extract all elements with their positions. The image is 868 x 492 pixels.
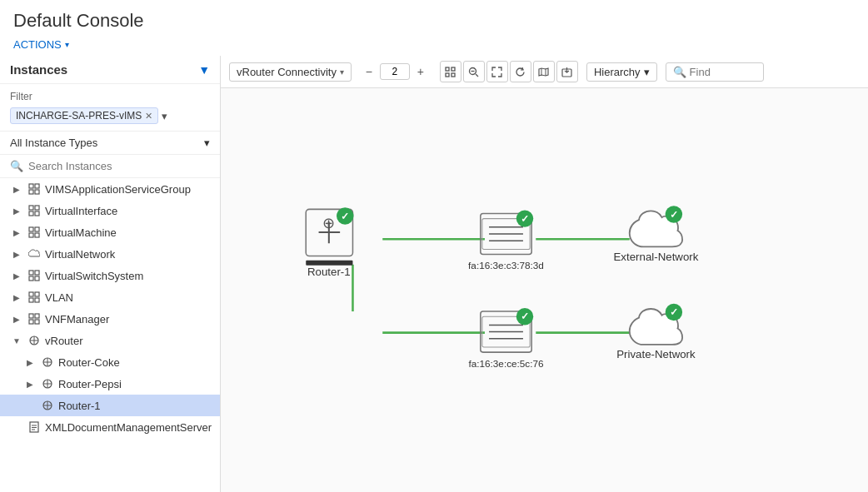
svg-text:Private-Network: Private-Network	[616, 348, 696, 360]
vnf-label: VNFManager	[45, 313, 213, 326]
grid-icon	[27, 311, 42, 326]
rcoke-label: Router-Coke	[58, 356, 213, 369]
grid-icon	[27, 268, 42, 283]
svg-rect-14	[29, 276, 33, 281]
svg-text:⊕: ⊕	[322, 214, 335, 231]
instance-types-dropdown[interactable]: All Instance Types ▾	[0, 132, 220, 155]
svg-rect-23	[35, 320, 39, 324]
expand-icon: ▶	[23, 358, 37, 367]
find-box: 🔍	[666, 62, 764, 82]
instances-title: Instances	[10, 62, 67, 77]
vm-label: VirtualMachine	[45, 226, 213, 239]
refresh-button[interactable]	[510, 61, 531, 82]
sidebar-item-vlan[interactable]: ▶ VLAN	[0, 286, 220, 308]
sidebar-item-vrouter[interactable]: ▼ vRouter	[0, 330, 220, 351]
filter-section: Filter INCHARGE-SA-PRES-vIMS ✕ ▾	[0, 84, 220, 132]
sidebar-item-vims[interactable]: ▶ VIMSApplicationServiceGroup	[0, 178, 220, 200]
vims-label: VIMSApplicationServiceGroup	[45, 183, 213, 196]
svg-rect-40	[446, 67, 449, 71]
svg-rect-20	[29, 314, 33, 318]
canvas-toolbar: vRouter Connectivity ▾ − +	[221, 56, 868, 88]
svg-rect-13	[35, 271, 39, 275]
router1-node[interactable]: ⊕ ✓ Router-1	[306, 207, 353, 278]
svg-rect-15	[35, 276, 39, 281]
canvas-viewport[interactable]: ⊕ ✓ Router-1	[221, 88, 868, 492]
cloud-icon	[27, 246, 42, 261]
zoom-in-button[interactable]: +	[412, 62, 430, 81]
zoom-fit-button[interactable]	[440, 61, 461, 82]
svg-text:✓: ✓	[521, 311, 529, 322]
iface1-node[interactable]: ✓ fa:16:3e:c3:78:3d	[468, 210, 544, 271]
svg-rect-16	[29, 292, 33, 296]
toolbar-icons	[440, 61, 578, 82]
zoom-value[interactable]	[380, 63, 410, 80]
svg-text:fa:16:3e:c3:78:3d: fa:16:3e:c3:78:3d	[468, 260, 544, 271]
iface2-node[interactable]: ✓ fa:16:3e:ce:5c:76	[468, 308, 544, 369]
actions-button[interactable]: ACTIONS ▾	[13, 37, 69, 52]
sidebar-item-r1[interactable]: Router-1	[0, 395, 220, 416]
expand-icon: ▼	[10, 336, 23, 345]
svg-rect-12	[29, 271, 33, 275]
sidebar-item-vnet[interactable]: ▶ VirtualNetwork	[0, 243, 220, 265]
grid-icon	[27, 181, 42, 196]
sidebar-item-vm[interactable]: ▶ VirtualMachine	[0, 221, 220, 243]
svg-rect-19	[35, 298, 39, 302]
vnet-label: VirtualNetwork	[45, 248, 213, 261]
export-button[interactable]	[556, 61, 578, 82]
svg-rect-61	[481, 213, 531, 254]
search-input[interactable]	[28, 160, 210, 172]
svg-rect-9	[35, 227, 39, 231]
sidebar-item-rcoke[interactable]: ▶ Router-Coke	[0, 351, 220, 373]
svg-rect-17	[35, 292, 39, 296]
sidebar: Instances ▼ Filter INCHARGE-SA-PRES-vIMS…	[0, 56, 221, 492]
instance-types-label: All Instance Types	[10, 137, 97, 149]
map-button[interactable]	[533, 61, 555, 82]
grid-icon	[27, 290, 42, 305]
hierarchy-label: Hierarchy	[594, 66, 641, 78]
filter-tag-text: INCHARGE-SA-PRES-vIMS	[16, 110, 142, 122]
zoom-out-btn2[interactable]	[463, 61, 485, 82]
actions-chevron: ▾	[65, 40, 69, 49]
svg-rect-6	[29, 211, 33, 216]
svg-text:fa:16:3e:ce:5c:76: fa:16:3e:ce:5c:76	[468, 358, 544, 369]
svg-point-57	[337, 207, 353, 224]
instance-types-chevron: ▾	[204, 137, 210, 149]
canvas-area: vRouter Connectivity ▾ − +	[221, 56, 868, 492]
page-title: Default Console	[13, 10, 855, 32]
zoom-out-button[interactable]: −	[360, 62, 378, 81]
ext-network-node[interactable]: ✓ External-Network	[614, 206, 699, 262]
expand-icon: ▶	[23, 380, 37, 389]
svg-marker-47	[539, 68, 548, 76]
svg-text:✓: ✓	[341, 211, 349, 222]
expand-icon: ▶	[10, 228, 23, 237]
sidebar-item-vif[interactable]: ▶ VirtualInterface	[0, 200, 220, 221]
xmldoc-label: XMLDocumentManagementServer	[45, 421, 213, 434]
vlan-label: VLAN	[45, 291, 213, 304]
filter-tag-remove[interactable]: ✕	[145, 111, 152, 122]
sidebar-item-xmldoc[interactable]: XMLDocumentManagementServer	[0, 416, 220, 438]
filter-icon[interactable]: ▼	[198, 63, 210, 77]
svg-rect-22	[29, 320, 33, 324]
grid-icon	[27, 225, 42, 240]
view-label: vRouter Connectivity	[237, 66, 337, 78]
hierarchy-dropdown[interactable]: Hierarchy ▾	[586, 62, 657, 82]
sidebar-item-vnf[interactable]: ▶ VNFManager	[0, 308, 220, 330]
svg-text:External-Network: External-Network	[614, 251, 699, 263]
svg-text:Router-1: Router-1	[307, 266, 351, 278]
svg-rect-55	[306, 209, 352, 256]
svg-rect-1	[35, 184, 39, 188]
sidebar-item-vsw[interactable]: ▶ VirtualSwitchSystem	[0, 265, 220, 286]
r1-label: Router-1	[58, 400, 213, 412]
svg-rect-73	[482, 316, 530, 347]
find-icon: 🔍	[673, 66, 686, 78]
zoom-controls: − +	[360, 62, 430, 81]
vsw-label: VirtualSwitchSystem	[45, 270, 213, 282]
svg-rect-11	[35, 233, 39, 237]
find-input[interactable]	[690, 66, 756, 78]
expand-button[interactable]	[486, 61, 508, 82]
filter-dropdown-chevron[interactable]: ▾	[162, 110, 167, 122]
priv-network-node[interactable]: ✓ Private-Network	[616, 304, 696, 360]
view-dropdown[interactable]: vRouter Connectivity ▾	[229, 62, 352, 82]
sidebar-item-rpepsi[interactable]: ▶ Router-Pepsi	[0, 373, 220, 395]
expand-icon: ▶	[10, 206, 23, 216]
